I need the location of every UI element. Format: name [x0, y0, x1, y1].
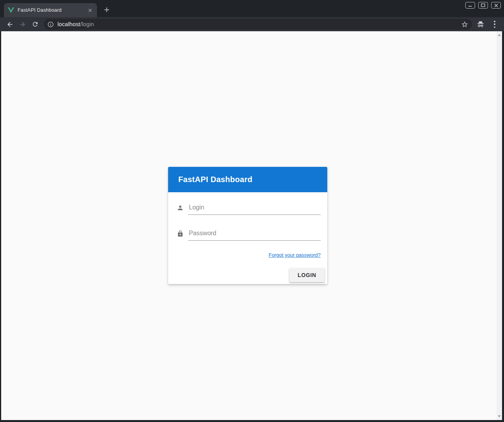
- forward-button[interactable]: [18, 20, 27, 29]
- password-input[interactable]: [188, 230, 321, 241]
- maximize-button[interactable]: [478, 2, 488, 9]
- close-button[interactable]: [491, 2, 501, 9]
- login-input[interactable]: [188, 204, 321, 215]
- login-card: FastAPI Dashboard Forgot your passwo: [168, 167, 327, 284]
- browser-tab[interactable]: FastAPI Dashboard: [4, 3, 97, 17]
- address-bar[interactable]: localhost/login: [44, 19, 472, 30]
- page-content: FastAPI Dashboard Forgot your passwo: [1, 31, 502, 420]
- card-actions: LOGIN: [289, 268, 325, 282]
- incognito-icon: [476, 20, 485, 28]
- vue-logo-icon: [8, 7, 14, 13]
- card-header: FastAPI Dashboard: [168, 167, 327, 192]
- window-controls: [465, 2, 501, 9]
- card-body: Forgot your password? LOGIN: [168, 192, 327, 284]
- forgot-password-link[interactable]: Forgot your password?: [269, 252, 321, 258]
- scroll-up-arrow-icon[interactable]: [498, 34, 501, 36]
- site-info-icon[interactable]: [47, 21, 54, 28]
- menu-icon[interactable]: [494, 21, 495, 28]
- minimize-button[interactable]: [465, 2, 475, 9]
- new-tab-button[interactable]: [101, 4, 112, 15]
- bookmark-star-icon[interactable]: [461, 21, 468, 28]
- browser-toolbar: localhost/login: [0, 17, 504, 31]
- card-title: FastAPI Dashboard: [178, 175, 253, 184]
- url-host: localhost: [57, 21, 80, 27]
- tab-close-icon[interactable]: [87, 7, 93, 13]
- url-path: /login: [80, 21, 94, 27]
- back-button[interactable]: [5, 20, 14, 29]
- reload-button[interactable]: [30, 20, 40, 29]
- browser-window: FastAPI Dashboard: [0, 0, 504, 422]
- url-text: localhost/login: [57, 21, 94, 27]
- tab-title: FastAPI Dashboard: [18, 7, 87, 13]
- scroll-down-arrow-icon[interactable]: [498, 415, 501, 417]
- page-scrollbar[interactable]: [497, 31, 502, 420]
- lock-icon: [177, 230, 184, 237]
- tab-strip: FastAPI Dashboard: [0, 0, 504, 17]
- login-field-row: [177, 204, 321, 215]
- password-field-row: [177, 230, 321, 241]
- login-button[interactable]: LOGIN: [289, 268, 325, 282]
- forgot-password-wrap: Forgot your password?: [269, 251, 321, 258]
- person-icon: [177, 204, 184, 211]
